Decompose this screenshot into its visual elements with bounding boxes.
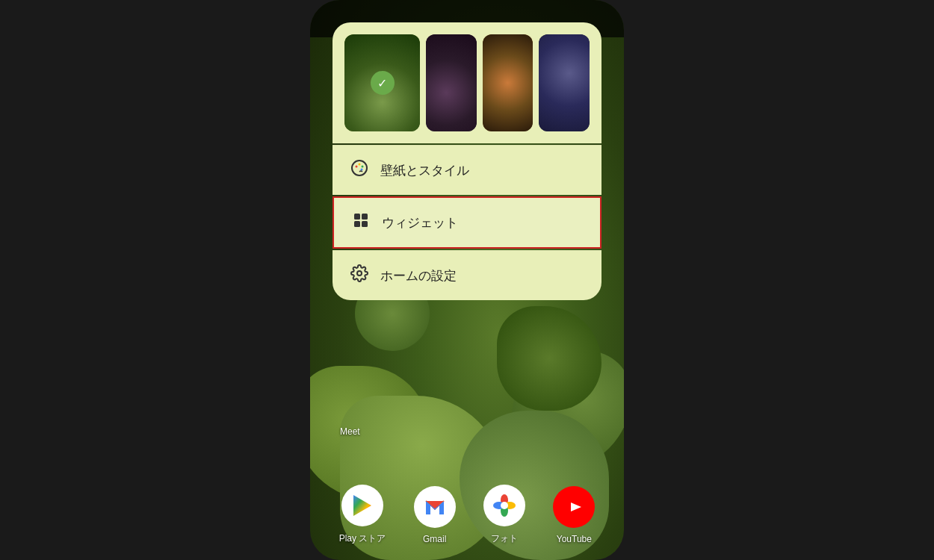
play-store-icon [341, 485, 383, 526]
svg-point-0 [352, 161, 367, 175]
play-store-label: Play ストア [339, 532, 386, 545]
svg-point-18 [501, 502, 508, 509]
widgets-icon [352, 211, 370, 234]
dock-row: Play ストア Gmail [310, 485, 624, 545]
thumb-1[interactable]: ✓ [344, 34, 420, 131]
thumbnail-row: ✓ [344, 34, 590, 131]
gmail-label: Gmail [423, 534, 446, 544]
svg-marker-9 [353, 495, 371, 516]
youtube-logo [562, 495, 586, 519]
youtube-label: YouTube [557, 534, 592, 544]
photos-icon [483, 485, 525, 526]
bottom-dock: Play ストア Gmail [310, 485, 624, 545]
dock-item-youtube[interactable]: YouTube [553, 486, 595, 544]
play-logo [349, 492, 376, 519]
wallpaper-label: 壁紙とスタイル [380, 162, 469, 179]
svg-rect-8 [362, 221, 368, 227]
settings-icon [350, 264, 368, 287]
check-circle: ✓ [371, 71, 395, 95]
svg-rect-6 [362, 214, 368, 220]
svg-point-2 [359, 164, 361, 166]
thumb-4[interactable] [539, 34, 590, 131]
youtube-icon [553, 486, 595, 528]
palette-icon [350, 159, 368, 181]
dock-item-gmail[interactable]: Gmail [414, 486, 456, 544]
dock-item-play[interactable]: Play ストア [339, 485, 386, 545]
photos-label: フォト [491, 532, 518, 545]
home-settings-label: ホームの設定 [380, 267, 457, 284]
gmail-icon [414, 486, 456, 528]
svg-point-4 [361, 169, 363, 171]
thumb-3[interactable] [483, 34, 534, 131]
meet-app-label: Meet [340, 426, 360, 437]
widget-label: ウィジェット [382, 214, 458, 231]
gmail-logo [421, 494, 448, 520]
check-icon: ✓ [377, 76, 387, 90]
phone-container: ✓ 壁紙とスタイル [310, 0, 624, 560]
svg-point-3 [362, 166, 364, 168]
svg-point-1 [356, 166, 358, 168]
menu-item-widget[interactable]: ウィジェット [333, 196, 601, 249]
menu-item-wallpaper[interactable]: 壁紙とスタイル [333, 145, 601, 195]
wallpaper-preview-section: ✓ [333, 22, 601, 143]
svg-marker-19 [571, 503, 581, 511]
svg-rect-5 [354, 214, 360, 220]
dock-item-photos[interactable]: フォト [483, 485, 525, 545]
menu-item-home-settings[interactable]: ホームの設定 [333, 250, 601, 300]
svg-rect-7 [354, 221, 360, 227]
thumb-2[interactable] [426, 34, 477, 131]
meet-label-area: Meet [310, 426, 624, 437]
context-menu: ✓ 壁紙とスタイル [333, 22, 601, 300]
photos-logo [491, 492, 518, 519]
